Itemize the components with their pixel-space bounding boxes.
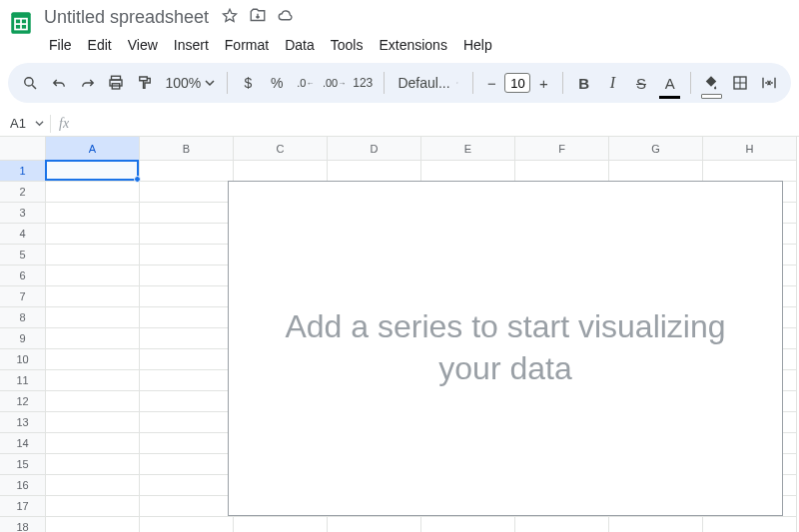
cell[interactable] <box>328 161 421 182</box>
cell[interactable] <box>46 224 140 245</box>
cell[interactable] <box>46 517 140 532</box>
cell[interactable] <box>46 286 140 307</box>
font-size-decrease[interactable]: − <box>480 72 502 94</box>
row-header[interactable]: 9 <box>0 328 46 349</box>
cell[interactable] <box>140 517 234 532</box>
column-header[interactable]: C <box>234 137 328 161</box>
column-header[interactable]: D <box>328 137 421 161</box>
italic-button[interactable]: I <box>600 69 625 97</box>
cell[interactable] <box>140 182 234 203</box>
increase-decimal-button[interactable]: .00→ <box>322 69 347 97</box>
menu-edit[interactable]: Edit <box>81 33 119 57</box>
menu-view[interactable]: View <box>121 33 165 57</box>
row-header[interactable]: 14 <box>0 433 46 454</box>
cell[interactable] <box>46 433 140 454</box>
cell[interactable] <box>234 517 328 532</box>
menu-help[interactable]: Help <box>456 33 499 57</box>
menu-insert[interactable]: Insert <box>167 33 216 57</box>
cell[interactable] <box>46 182 140 203</box>
cell[interactable] <box>46 307 140 328</box>
menu-file[interactable]: File <box>42 33 79 57</box>
menu-tools[interactable]: Tools <box>324 33 371 57</box>
cell[interactable] <box>234 161 328 182</box>
cell[interactable] <box>46 391 140 412</box>
redo-icon[interactable] <box>75 69 100 97</box>
cell[interactable] <box>46 266 140 286</box>
formula-input[interactable] <box>77 111 799 136</box>
cell[interactable] <box>703 161 797 182</box>
move-icon[interactable] <box>249 7 267 28</box>
strikethrough-button[interactable]: S <box>629 69 654 97</box>
select-all-corner[interactable] <box>0 137 46 161</box>
borders-button[interactable] <box>728 69 753 97</box>
cell[interactable] <box>140 328 234 349</box>
cell[interactable] <box>140 496 234 517</box>
row-header[interactable]: 15 <box>0 454 46 475</box>
row-header[interactable]: 16 <box>0 475 46 496</box>
cell[interactable] <box>46 454 140 475</box>
cell[interactable] <box>140 307 234 328</box>
paint-format-icon[interactable] <box>133 69 158 97</box>
bold-button[interactable]: B <box>571 69 596 97</box>
cell[interactable] <box>421 517 515 532</box>
sheets-logo[interactable] <box>8 6 34 40</box>
chart-placeholder[interactable]: Add a series to start visualizing your d… <box>228 181 783 516</box>
menu-format[interactable]: Format <box>218 33 276 57</box>
column-header[interactable]: E <box>421 137 515 161</box>
cell[interactable] <box>46 349 140 370</box>
print-icon[interactable] <box>104 69 129 97</box>
cell[interactable] <box>46 161 140 182</box>
cell[interactable] <box>515 161 609 182</box>
cell[interactable] <box>46 496 140 517</box>
row-header[interactable]: 17 <box>0 496 46 517</box>
cell[interactable] <box>515 517 609 532</box>
menu-data[interactable]: Data <box>278 33 322 57</box>
row-header[interactable]: 4 <box>0 224 46 245</box>
font-size-increase[interactable]: + <box>532 72 554 94</box>
row-header[interactable]: 12 <box>0 391 46 412</box>
cell[interactable] <box>140 224 234 245</box>
cell[interactable] <box>46 412 140 433</box>
row-header[interactable]: 5 <box>0 245 46 266</box>
font-family-select[interactable]: Defaul... <box>392 75 463 91</box>
cell[interactable] <box>140 454 234 475</box>
cell[interactable] <box>140 286 234 307</box>
cell[interactable] <box>140 475 234 496</box>
cell[interactable] <box>46 475 140 496</box>
merge-cells-button[interactable] <box>756 69 781 97</box>
cell[interactable] <box>609 517 703 532</box>
cell[interactable] <box>609 161 703 182</box>
row-header[interactable]: 2 <box>0 182 46 203</box>
column-header[interactable]: A <box>46 137 140 161</box>
menu-extensions[interactable]: Extensions <box>372 33 453 57</box>
currency-button[interactable]: $ <box>236 69 261 97</box>
more-formats-button[interactable]: 123 <box>351 69 376 97</box>
cell[interactable] <box>140 203 234 224</box>
doc-title[interactable]: Untitled spreadsheet <box>42 6 211 29</box>
cell[interactable] <box>140 349 234 370</box>
row-header[interactable]: 7 <box>0 286 46 307</box>
column-header[interactable]: G <box>609 137 703 161</box>
row-header[interactable]: 18 <box>0 517 46 532</box>
row-header[interactable]: 11 <box>0 370 46 391</box>
text-color-button[interactable]: A <box>657 69 682 97</box>
cell[interactable] <box>46 245 140 266</box>
cell[interactable] <box>140 266 234 286</box>
fill-color-button[interactable] <box>699 69 724 97</box>
cell[interactable] <box>46 328 140 349</box>
row-header[interactable]: 8 <box>0 307 46 328</box>
percent-button[interactable]: % <box>265 69 290 97</box>
column-header[interactable]: B <box>140 137 234 161</box>
row-header[interactable]: 10 <box>0 349 46 370</box>
row-header[interactable]: 3 <box>0 203 46 224</box>
cell[interactable] <box>140 412 234 433</box>
cell[interactable] <box>140 370 234 391</box>
star-icon[interactable] <box>221 7 239 28</box>
cell[interactable] <box>46 203 140 224</box>
font-size-input[interactable] <box>504 73 530 93</box>
zoom-select[interactable]: 100% <box>161 75 219 91</box>
column-header[interactable]: H <box>703 137 797 161</box>
cell[interactable] <box>703 517 797 532</box>
cell[interactable] <box>140 391 234 412</box>
row-header[interactable]: 6 <box>0 266 46 286</box>
